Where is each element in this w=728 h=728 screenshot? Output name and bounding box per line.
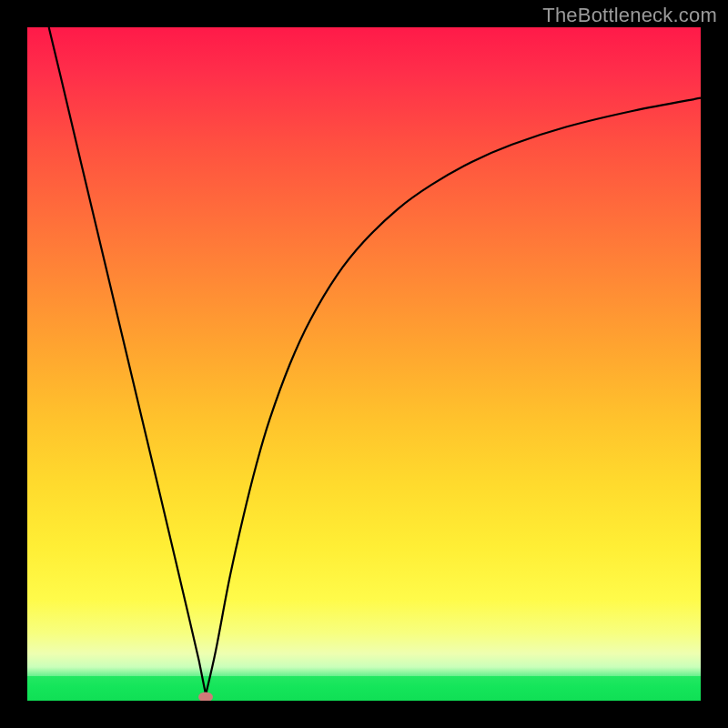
curve-layer [27,27,701,701]
minimum-marker [198,692,213,701]
bottleneck-curve [49,27,701,694]
watermark-text: TheBottleneck.com [542,4,717,27]
chart-frame: TheBottleneck.com [0,0,728,728]
plot-area [27,27,701,701]
